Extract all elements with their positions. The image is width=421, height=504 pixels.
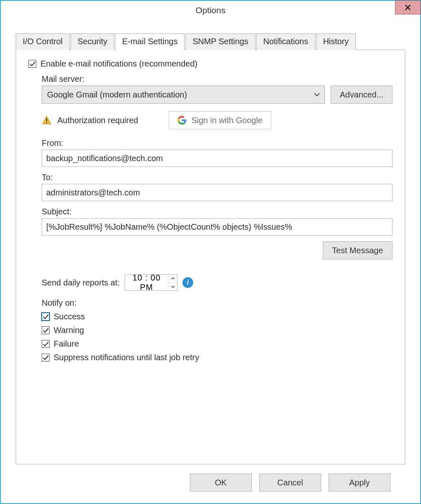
window-title: Options xyxy=(196,5,225,15)
tab-email-settings[interactable]: E-mail Settings xyxy=(115,33,185,50)
advanced-button[interactable]: Advanced... xyxy=(331,86,393,104)
time-spinner-down[interactable] xyxy=(168,283,177,291)
tab-history[interactable]: History xyxy=(316,33,356,50)
tab-strip: I/O Control Security E-mail Settings SNM… xyxy=(16,33,405,50)
info-icon[interactable]: i xyxy=(182,277,193,288)
check-icon xyxy=(43,328,49,333)
to-input[interactable] xyxy=(42,184,393,201)
time-spinner-up[interactable] xyxy=(168,275,177,283)
notify-warning-checkbox[interactable] xyxy=(42,326,50,334)
notify-suppress-checkbox[interactable] xyxy=(42,354,50,361)
tab-panel-email: Enable e-mail notifications (recommended… xyxy=(16,50,405,464)
subject-input[interactable] xyxy=(42,218,393,235)
close-button[interactable] xyxy=(395,0,421,14)
enable-email-checkbox[interactable] xyxy=(28,60,36,68)
apply-button[interactable]: Apply xyxy=(329,473,390,492)
close-icon xyxy=(405,5,411,10)
notify-failure-label: Failure xyxy=(54,339,79,349)
check-icon xyxy=(30,62,35,67)
check-icon xyxy=(43,342,49,347)
enable-email-label: Enable e-mail notifications (recommended… xyxy=(40,59,197,69)
cancel-button[interactable]: Cancel xyxy=(259,473,321,492)
svg-rect-0 xyxy=(46,119,47,121)
daily-time-input[interactable]: 10 : 00 PM xyxy=(125,274,177,291)
chevron-down-icon xyxy=(314,91,320,98)
options-window: Options I/O Control Security E-mail Sett… xyxy=(0,0,421,504)
subject-label: Subject: xyxy=(42,207,393,216)
mail-server-select[interactable]: Google Gmail (modern authentication) xyxy=(42,86,325,104)
client-area: I/O Control Security E-mail Settings SNM… xyxy=(1,20,420,503)
google-icon xyxy=(177,116,187,125)
tab-notifications[interactable]: Notifications xyxy=(256,33,315,50)
tab-io-control[interactable]: I/O Control xyxy=(16,33,70,50)
title-bar: Options xyxy=(1,1,420,20)
notify-success-checkbox[interactable] xyxy=(42,313,50,321)
mail-server-value: Google Gmail (modern authentication) xyxy=(47,90,187,100)
ok-button[interactable]: OK xyxy=(190,473,252,492)
from-label: From: xyxy=(42,138,393,148)
dialog-button-bar: OK Cancel Apply xyxy=(16,464,405,503)
check-icon xyxy=(43,355,49,360)
google-signin-label: Sign in with Google xyxy=(192,116,263,125)
test-message-button[interactable]: Test Message xyxy=(323,241,393,259)
notify-failure-checkbox[interactable] xyxy=(42,340,50,348)
chevron-down-icon xyxy=(171,285,175,288)
check-icon xyxy=(43,314,49,319)
tab-snmp-settings[interactable]: SNMP Settings xyxy=(185,33,255,50)
notify-warning-label: Warning xyxy=(54,326,84,335)
to-label: To: xyxy=(42,173,393,182)
notify-suppress-label: Suppress notifications until last job re… xyxy=(54,353,199,362)
mail-server-label: Mail server: xyxy=(42,74,393,84)
time-spinner xyxy=(168,275,177,290)
warning-icon xyxy=(42,115,52,125)
from-input[interactable] xyxy=(42,150,393,167)
auth-required-label: Authorization required xyxy=(57,116,138,125)
notify-on-label: Notify on: xyxy=(42,298,393,308)
tab-security[interactable]: Security xyxy=(71,33,114,50)
daily-time-value: 10 : 00 PM xyxy=(125,273,168,292)
chevron-up-icon xyxy=(171,277,175,280)
google-signin-button[interactable]: Sign in with Google xyxy=(169,111,271,129)
notify-success-label: Success xyxy=(54,312,85,321)
svg-rect-1 xyxy=(46,122,47,123)
daily-reports-label: Send daily reports at: xyxy=(42,278,120,288)
